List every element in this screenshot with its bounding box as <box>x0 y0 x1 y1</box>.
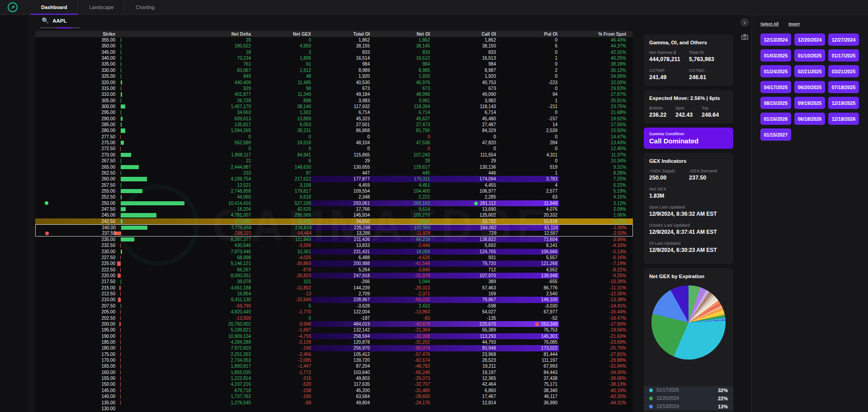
table-row[interactable]: 275.00562,58924,51648,10447,53647,820284… <box>35 140 633 146</box>
column-header[interactable]: Net OI <box>370 32 430 37</box>
table-row[interactable]: 170.002,734,053-2,085139,720-82,67428,52… <box>35 357 633 363</box>
table-row[interactable]: 350.00180,6224,95038,15538,14538,150544.… <box>35 43 633 49</box>
table-row[interactable]: 135.001,276,545-6949,804-24,17612,81436,… <box>35 400 633 406</box>
expiry-date-button[interactable]: 01/17/2025 <box>828 49 859 62</box>
collapse-chevron-icon[interactable]: › <box>741 18 749 27</box>
expiry-date-button[interactable]: 12/13/2024 <box>760 33 791 46</box>
table-row[interactable]: 235.008,287,377111,849211,42666,218138,8… <box>35 237 633 242</box>
table-row[interactable]: 277.5000000014.47% <box>35 134 633 140</box>
column-header[interactable]: Call OI <box>430 32 496 37</box>
table-row[interactable]: 285.00135,8176,05327,50127,47327,4871417… <box>35 122 633 128</box>
expiry-date-button[interactable]: 01/15/2027 <box>760 128 791 141</box>
column-header[interactable]: Total OI <box>311 32 370 37</box>
table-row[interactable]: 315.0092958673673673029.93% <box>35 85 633 91</box>
expiry-date-button[interactable]: 12/18/2026 <box>828 113 859 125</box>
table-row[interactable]: 265.002,444,987148,630130,655129,617130,… <box>35 164 633 170</box>
expiry-date-button[interactable]: 01/24/2025 <box>760 65 791 77</box>
expiry-date-button[interactable]: 01/16/2026 <box>760 113 791 125</box>
table-row[interactable]: 190.0010,909,134-4,755258,594-32,008113,… <box>35 333 633 339</box>
table-row[interactable]: 335.0076161984984984038.18% <box>35 61 633 67</box>
table-row[interactable]: 217.5039,078101-2661,044389-655-10.28% <box>35 279 633 284</box>
table-row[interactable]: 195.005,189,821-1,697132,142-21,36455,38… <box>35 327 633 333</box>
tab-charting[interactable]: Charting <box>125 0 165 14</box>
table-row[interactable]: 295.0034,6531,3026,7146,7146,714021.68% <box>35 109 633 115</box>
table-row[interactable]: 330.0083,0671,9128,9898,9858,987236.12% <box>35 67 633 73</box>
expiry-date-button[interactable]: 04/17/2025 <box>760 81 791 93</box>
net-gex-expiration-panel: Net GEX by Expiration 01/17/202532%12/20… <box>644 268 733 412</box>
table-row[interactable]: 355.002031,8621,8621,862046.43% <box>35 37 633 43</box>
table-row[interactable]: 247.5018,20442,52517,7669,61413,6904,076… <box>35 206 633 212</box>
table-row[interactable]: 260.004,189,754217,622177,877170,311174,… <box>35 176 633 182</box>
sidebar-link-select-all[interactable]: Select All <box>760 22 778 26</box>
table-row[interactable]: 160.001,855,035-1,772103,640-65,24619,19… <box>35 369 633 375</box>
table-row[interactable]: 150.004,197,216-520117,635-32,70742,4647… <box>35 381 633 387</box>
table-row[interactable]: 267.50216292929010.34% <box>35 158 633 164</box>
expiry-date-button[interactable]: 01/03/2025 <box>760 49 791 62</box>
table-row[interactable]: 155.001,222,814-31549,803-25,07312,36537… <box>35 375 633 381</box>
table-row[interactable]: 140.001,737,762-15063,584-28,65017,46746… <box>35 393 633 399</box>
table-row[interactable]: 227.5068,998-4,0256,488-4,6269315,557-6.… <box>35 255 633 260</box>
table-row[interactable]: 237.50-256,321-54,46413,286-11,82872912,… <box>35 231 633 237</box>
table-row[interactable]: 250.0010,414,416527,338293,061269,163281… <box>35 200 633 206</box>
table-row[interactable]: 290.00609,61313,89945,32345,63745,480-15… <box>35 116 633 122</box>
table-row[interactable]: 220.008,000,051-26,820247,918-31,978107,… <box>35 273 633 279</box>
table-row[interactable]: 145.00679,718-15845,200-31,4806,86038,34… <box>35 388 633 393</box>
ticker-search[interactable]: 🔍 <box>42 17 84 24</box>
expiry-date-button[interactable]: 03/21/2025 <box>828 65 859 77</box>
column-header[interactable]: Net Delta <box>115 32 251 37</box>
table-row[interactable]: 245.004,781,007295,589145,934105,270125,… <box>35 212 633 218</box>
expiry-date-button[interactable]: 12/20/2024 <box>794 33 825 46</box>
table-row[interactable]: 257.5012,5213,1584,4594,4514,45546.22% <box>35 182 633 188</box>
table-row[interactable]: 207.50-59,7905-3,6282,432-598-3,030-14.4… <box>35 303 633 309</box>
table-row[interactable]: 212.5016,854-132,709-2,3711692,540-12.35… <box>35 291 633 297</box>
camera-icon[interactable] <box>741 33 749 41</box>
tab-dashboard[interactable]: Dashboard <box>30 0 78 14</box>
table-row[interactable]: 280.001,094,26538,23186,86881,79084,3292… <box>35 128 633 133</box>
expiry-date-button[interactable]: 12/19/2025 <box>828 97 859 109</box>
table-row[interactable]: 325.00849481,9201,9201,920034.06% <box>35 73 633 79</box>
table-row[interactable]: 202.50-13,5000-187-83-135-52-16.47% <box>35 315 633 321</box>
table-row[interactable]: 205.004,820,449-1,770122,004-13,95054,02… <box>35 309 633 315</box>
table-row[interactable]: 215.004,661,188-11,802144,239-29,31357,4… <box>35 285 633 291</box>
expiry-date-button[interactable]: 01/10/2025 <box>794 49 825 62</box>
table-row[interactable]: 200.0020,760,902-9,996484,019-42,679220,… <box>35 321 633 327</box>
expiry-date-button[interactable]: 02/21/2025 <box>794 65 825 77</box>
expiry-date-button[interactable]: 06/18/2026 <box>794 113 825 125</box>
table-row[interactable]: 310.00401,87711,34949,18448,99649,090942… <box>35 91 633 97</box>
table-row[interactable]: 230.007,973,44610,361231,43118,099124,76… <box>35 249 633 255</box>
table-row[interactable]: 240.007,776,658216,824225,198102,966164,… <box>35 224 633 230</box>
column-header[interactable]: Net GEX <box>251 32 311 37</box>
table-row[interactable]: 320.00440,40911,48540,53040,97640,753-22… <box>35 80 633 85</box>
expiry-date-button[interactable]: 08/15/2025 <box>760 97 791 109</box>
table-row[interactable]: 340.0073,2341,80616,51416,51216,513140.2… <box>35 55 633 61</box>
sidebar-link-invert[interactable]: Invert <box>788 22 800 26</box>
table-row[interactable]: 255.002,748,858179,817109,554104,400106,… <box>35 188 633 194</box>
table-row[interactable]: 232.50430,546-3,20613,833-2,4495,6928,14… <box>35 242 633 248</box>
table-row[interactable]: 222.5066,267-8785,264-3,8407124,552-8.22… <box>35 267 633 273</box>
table-row[interactable]: 270.001,868,11784,941115,865107,243111,5… <box>35 152 633 158</box>
column-header[interactable]: Put OI <box>496 32 557 37</box>
expiry-date-button[interactable]: 06/20/2025 <box>794 81 825 93</box>
table-row[interactable]: 165.001,860,817-1,44787,204-48,78219,211… <box>35 363 633 369</box>
table-row[interactable]: 300.001,457,17038,140117,932118,354118,1… <box>35 104 633 109</box>
expiry-date-button[interactable]: 12/27/2024 <box>828 33 859 46</box>
search-input[interactable] <box>52 18 84 24</box>
table-row[interactable]: 305.0026,7288983,9833,9813,982125.81% <box>35 98 633 104</box>
column-header[interactable]: % From Spot <box>557 32 626 37</box>
table-row[interactable]: 180.007,972,810-166256,970-89,07483,9481… <box>35 345 633 351</box>
table-row[interactable]: 242.50172,60114,40524,6502,81413,73210,9… <box>35 218 633 224</box>
table-row[interactable]: 175.002,251,392-2,456105,412-57,47623,96… <box>35 351 633 357</box>
table-row[interactable]: 225.005,146,121-30,860200,988-41,54879,7… <box>35 260 633 266</box>
table-row[interactable]: 210.006,411,130-22,640228,967-69,23379,8… <box>35 297 633 303</box>
tab-landscape[interactable]: Landscape <box>78 0 125 14</box>
column-header[interactable]: Strike <box>35 32 115 37</box>
table-row[interactable]: 345.00183833833833042.31% <box>35 49 633 55</box>
expiry-date-button[interactable]: 09/19/2025 <box>794 97 825 109</box>
table-row[interactable]: 262.502338744744544618.28% <box>35 170 633 176</box>
expiry-date-button[interactable]: 07/18/2025 <box>828 81 859 93</box>
app-logo-icon[interactable]: ↗ <box>8 2 18 12</box>
table-row[interactable]: 130.00 <box>35 406 633 412</box>
table-row[interactable]: 185.004,284,289-2,139120,878-31,29244,79… <box>35 339 633 345</box>
table-row[interactable]: 252.5044,0606,6182,3482,2222,285634.15% <box>35 194 633 200</box>
table-row[interactable]: 272.5000000012.40% <box>35 146 633 152</box>
